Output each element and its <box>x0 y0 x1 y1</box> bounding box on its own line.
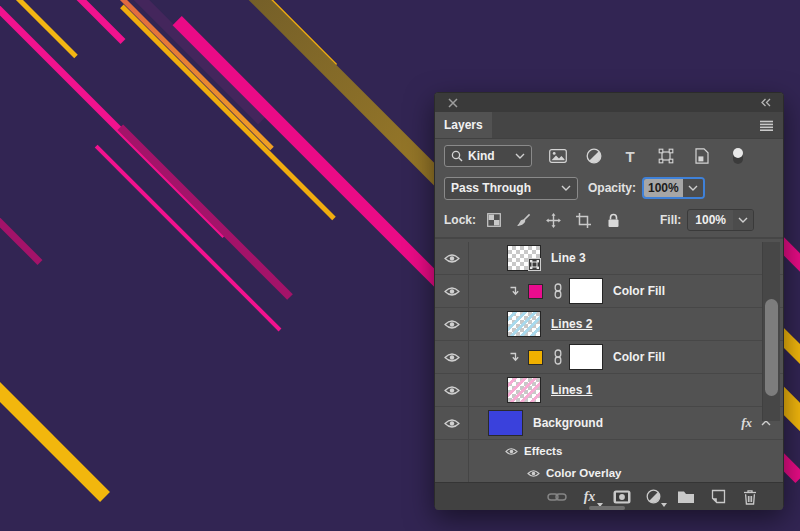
layer-thumbnail[interactable] <box>507 245 541 271</box>
layer-row-lines2[interactable]: Lines 2 <box>435 308 783 341</box>
visibility-toggle[interactable] <box>435 407 469 439</box>
blend-row: Pass Through Opacity: 100% <box>435 173 783 203</box>
filter-smart-object-icon[interactable] <box>689 148 715 164</box>
layer-row-lines1[interactable]: Lines 1 <box>435 374 783 407</box>
layer-row-colorfill-yellow[interactable]: Color Fill <box>435 341 783 374</box>
layer-row-line3[interactable]: Line 3 <box>435 242 783 275</box>
eye-column-spacer <box>435 440 469 462</box>
delete-layer-trash-icon[interactable] <box>740 489 759 505</box>
vertical-scrollbar-thumb[interactable] <box>765 299 778 396</box>
fill-color-swatch[interactable] <box>528 350 543 365</box>
filter-shape-icon[interactable] <box>653 148 679 164</box>
eye-icon <box>444 286 460 297</box>
layer-name[interactable]: Color Fill <box>613 350 665 364</box>
effects-row[interactable]: Effects <box>435 440 783 462</box>
tab-layers[interactable]: Layers <box>435 112 492 138</box>
visibility-toggle[interactable] <box>435 341 469 373</box>
eye-icon <box>444 385 460 396</box>
fx-badge[interactable]: fx <box>741 415 752 431</box>
effect-item-label: Color Overlay <box>546 467 621 479</box>
filter-pin-toggle-icon[interactable] <box>725 147 751 165</box>
link-mask-icon[interactable] <box>553 283 563 299</box>
fill-control: 100% <box>687 209 754 231</box>
chevron-down-icon <box>688 185 698 191</box>
fill-color-swatch[interactable] <box>528 284 543 299</box>
layer-name[interactable]: Background <box>533 416 603 430</box>
layer-thumbnail[interactable] <box>507 311 541 337</box>
eye-icon <box>444 418 460 429</box>
fill-input[interactable]: 100% <box>688 210 733 230</box>
layers-panel: Layers Kind <box>434 92 784 509</box>
opacity-control: 100% <box>642 177 705 199</box>
eye-icon[interactable] <box>527 469 540 478</box>
adjustment-dropdown-triangle <box>661 503 667 507</box>
layer-mask-thumbnail[interactable] <box>569 344 603 370</box>
layer-thumbnail[interactable] <box>507 377 541 403</box>
layer-name[interactable]: Line 3 <box>551 251 586 265</box>
link-mask-icon[interactable] <box>553 349 563 365</box>
stripe <box>0 358 110 502</box>
layer-row-background[interactable]: Background fx <box>435 407 783 440</box>
vertical-scrollbar-track[interactable] <box>762 242 780 421</box>
link-layers-icon[interactable] <box>546 491 567 503</box>
fx-glyph: fx <box>584 489 596 505</box>
layer-mask-thumbnail[interactable] <box>569 278 603 304</box>
search-icon <box>451 150 463 162</box>
lock-brush-icon[interactable] <box>514 213 533 228</box>
layer-name[interactable]: Lines 1 <box>551 383 592 397</box>
filter-image-icon[interactable] <box>545 149 571 163</box>
lock-artboard-icon[interactable] <box>574 213 593 228</box>
eye-icon[interactable] <box>505 447 518 456</box>
close-icon[interactable] <box>443 98 462 108</box>
new-layer-icon[interactable] <box>708 489 727 504</box>
clipping-mask-arrow-icon <box>509 286 520 296</box>
eye-icon <box>444 319 460 330</box>
stripe <box>0 153 42 264</box>
thumbnail-stripes <box>508 378 540 402</box>
chevron-down-icon <box>515 153 525 159</box>
opacity-input[interactable]: 100% <box>644 179 683 197</box>
tab-layers-label: Layers <box>444 118 483 132</box>
layer-name[interactable]: Color Fill <box>613 284 665 298</box>
panel-tab-bar: Layers <box>435 112 783 139</box>
filter-type-buttons: T <box>545 147 751 165</box>
lock-transparency-icon[interactable] <box>484 213 503 227</box>
filter-adjustment-icon[interactable] <box>581 148 607 164</box>
visibility-toggle[interactable] <box>435 374 469 406</box>
blend-mode-value: Pass Through <box>451 181 556 195</box>
opacity-dropdown-button[interactable] <box>683 179 703 197</box>
eye-icon <box>444 253 460 264</box>
panel-bottom-toolbar: fx <box>435 482 783 510</box>
add-adjustment-layer-icon[interactable] <box>644 489 663 505</box>
visibility-toggle[interactable] <box>435 242 469 274</box>
horizontal-scrollbar-thumb[interactable] <box>589 506 625 510</box>
layer-name[interactable]: Lines 2 <box>551 317 592 331</box>
panel-title-bar[interactable] <box>435 93 783 112</box>
visibility-toggle[interactable] <box>435 308 469 340</box>
lock-buttons <box>484 213 623 228</box>
visibility-toggle[interactable] <box>435 275 469 307</box>
collapse-panel-icon[interactable] <box>756 98 775 107</box>
lock-label: Lock: <box>444 213 476 227</box>
stripe <box>95 145 282 332</box>
chevron-down-icon <box>738 217 748 223</box>
layer-list: Line 3 Color Fill <box>435 237 783 482</box>
lock-all-icon[interactable] <box>604 213 623 228</box>
layer-row-colorfill-pink[interactable]: Color Fill <box>435 275 783 308</box>
fill-label: Fill: <box>660 213 681 227</box>
layer-thumbnail[interactable] <box>488 410 523 436</box>
add-layer-mask-icon[interactable] <box>612 490 631 504</box>
add-layer-style-icon[interactable]: fx <box>580 489 599 505</box>
new-group-folder-icon[interactable] <box>676 490 695 504</box>
filter-kind-dropdown[interactable]: Kind <box>444 145 532 167</box>
lock-move-icon[interactable] <box>544 213 563 228</box>
effects-label: Effects <box>524 445 562 457</box>
blend-mode-dropdown[interactable]: Pass Through <box>444 177 578 200</box>
effect-item-color-overlay[interactable]: Color Overlay <box>435 462 783 484</box>
eye-icon <box>444 352 460 363</box>
panel-menu-button[interactable] <box>759 112 783 138</box>
fill-dropdown-button[interactable] <box>733 210 753 230</box>
stripe <box>0 0 125 43</box>
filter-type-icon[interactable]: T <box>617 148 643 165</box>
filter-kind-label: Kind <box>468 149 510 163</box>
